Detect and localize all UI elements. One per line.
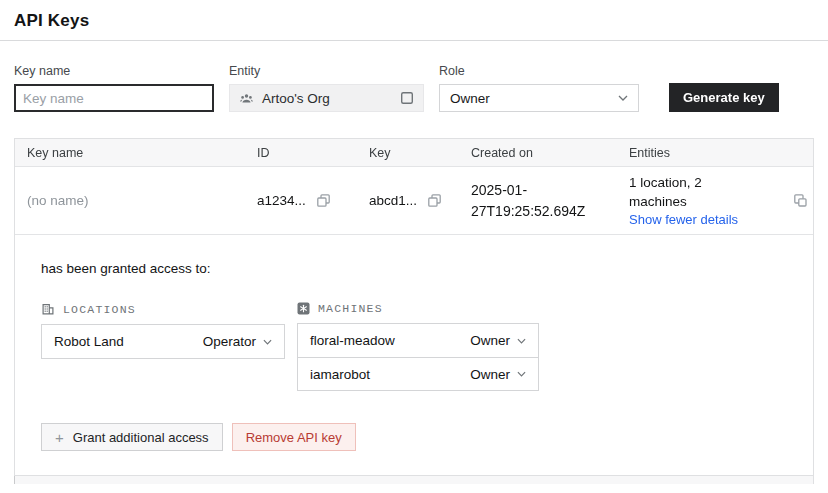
page-title: API Keys — [0, 0, 828, 31]
machines-section: MACHINES floral-meadow Owner — [297, 302, 539, 391]
machines-section-title: MACHINES — [318, 302, 383, 315]
copy-icon — [316, 193, 331, 208]
key-name-label: Key name — [14, 64, 214, 78]
col-header-entities: Entities — [629, 146, 787, 160]
key-name-input[interactable] — [14, 84, 214, 112]
table-header-row: Key name ID Key Created on Entities — [15, 139, 813, 167]
duplicate-key-button[interactable] — [793, 193, 808, 208]
machine-role-select[interactable]: Owner — [470, 333, 526, 348]
building-icon — [41, 302, 55, 316]
col-header-id: ID — [257, 146, 369, 160]
machine-role-select[interactable]: Owner — [470, 367, 526, 382]
copy-id-button[interactable] — [316, 193, 331, 208]
plus-icon: + — [55, 430, 64, 445]
chevron-down-icon — [517, 371, 526, 377]
chevron-down-icon — [517, 338, 526, 344]
created-on-cell: 2025-01-27T19:25:52.694Z — [471, 180, 621, 221]
entity-select[interactable]: Artoo's Org — [229, 84, 424, 112]
id-value: a1234... — [257, 193, 306, 208]
machine-name: iamarobot — [310, 367, 370, 382]
machine-access-row: floral-meadow Owner — [298, 324, 538, 357]
entity-label: Entity — [229, 64, 424, 78]
machine-role-value: Owner — [470, 333, 510, 348]
col-header-created-on: Created on — [471, 146, 629, 160]
location-name: Robot Land — [54, 334, 124, 349]
key-name-cell: (no name) — [15, 193, 257, 208]
col-header-key: Key — [369, 146, 471, 160]
location-role-value: Operator — [203, 334, 256, 349]
next-table-header-strip — [14, 476, 814, 484]
square-outline-icon — [400, 91, 414, 105]
show-fewer-details-link[interactable]: Show fewer details — [629, 212, 787, 227]
key-details-panel: has been granted access to: LOCATION — [15, 235, 813, 475]
copy-key-button[interactable] — [427, 193, 442, 208]
grant-additional-access-label: Grant additional access — [73, 430, 209, 445]
duplicate-icon — [793, 193, 808, 208]
role-select[interactable]: Owner — [439, 84, 639, 112]
table-row: (no name) a1234... abcd1... — [15, 167, 813, 235]
key-cell: abcd1... — [369, 193, 471, 208]
header-divider — [0, 40, 828, 41]
role-value: Owner — [450, 91, 490, 106]
machine-access-row: iamarobot Owner — [298, 357, 538, 390]
machines-list: floral-meadow Owner iamarobot — [297, 323, 539, 391]
api-keys-page: API Keys Key name Entity A — [0, 0, 828, 493]
chevron-down-icon — [263, 339, 272, 345]
access-intro-text: has been granted access to: — [41, 261, 787, 276]
machine-name: floral-meadow — [310, 333, 395, 348]
grant-additional-access-button[interactable]: + Grant additional access — [41, 423, 223, 451]
entities-cell: 1 location, 2 machines Show fewer detail… — [629, 168, 787, 234]
copy-icon — [427, 193, 442, 208]
role-label: Role — [439, 64, 639, 78]
machine-icon — [297, 302, 310, 315]
location-access-row: Robot Land Operator — [42, 325, 284, 358]
generate-key-form: Key name Entity Artoo's Org — [14, 64, 814, 112]
organization-icon — [239, 92, 254, 105]
row-actions-cell — [787, 193, 813, 208]
remove-api-key-button[interactable]: Remove API key — [232, 423, 356, 451]
entity-value: Artoo's Org — [262, 91, 392, 106]
chevron-down-icon — [618, 95, 628, 101]
machine-role-value: Owner — [470, 367, 510, 382]
entities-summary: 1 location, 2 machines — [629, 174, 755, 212]
locations-section-title: LOCATIONS — [63, 303, 136, 316]
locations-section: LOCATIONS Robot Land Operator — [41, 302, 285, 391]
locations-list: Robot Land Operator — [41, 324, 285, 359]
col-header-key-name: Key name — [15, 146, 257, 160]
api-keys-table: Key name ID Key Created on Entities (no … — [14, 138, 814, 476]
generate-key-button[interactable]: Generate key — [669, 83, 779, 112]
key-value: abcd1... — [369, 193, 417, 208]
id-cell: a1234... — [257, 193, 369, 208]
location-role-select[interactable]: Operator — [203, 334, 272, 349]
